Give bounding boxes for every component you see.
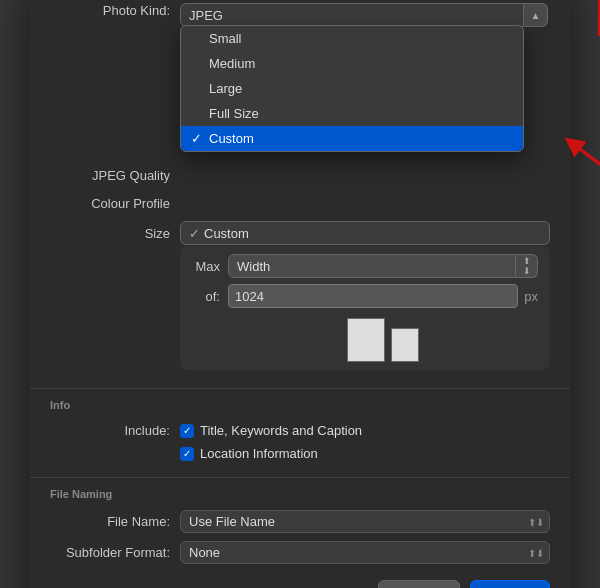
dropdown-item-large[interactable]: Large [181,76,523,101]
file-name-label: File Name: [50,514,180,529]
include-row: Include: ✓ Title, Keywords and Caption ✓… [30,417,570,467]
colour-profile-row: Colour Profile [30,189,570,217]
max-label: Max [192,259,228,274]
size-of-row: of: px [192,284,538,308]
photo-kind-dropdown-popup: Small Medium Large Full Size ✓Custom [180,25,524,152]
jpeg-quality-row: JPEG Quality [30,161,570,189]
location-info-row: ✓ Location Information [180,444,550,463]
file-naming-section: File Naming File Name: Use File Name ⬆⬇ … [30,488,570,568]
size-max-row: Max Width Height Width or Height ⬆⬇ [192,254,538,278]
thumb-small [391,328,419,362]
title-keywords-checkbox[interactable]: ✓ [180,424,194,438]
photo-kind-value: JPEG [189,8,223,23]
file-name-select[interactable]: Use File Name [180,510,550,533]
file-name-row: File Name: Use File Name ⬆⬇ [30,506,570,537]
location-info-checkbox[interactable]: ✓ [180,447,194,461]
of-label: of: [192,289,228,304]
thumbnail-previews [228,318,538,362]
photo-kind-row: Photo Kind: JPEG ▲ Small Medium [30,0,570,31]
title-keywords-label: Title, Keywords and Caption [200,423,362,438]
include-label: Include: [50,421,180,438]
dialog-buttons: Cancel Export [30,568,570,588]
thumb-large [347,318,385,362]
svg-line-3 [573,144,601,169]
cancel-button[interactable]: Cancel [378,580,460,588]
location-info-label: Location Information [200,446,318,461]
dropdown-item-small[interactable]: Small [181,26,523,51]
photos-section: Photos Photo Kind: JPEG ▲ Small Mediu [30,0,570,378]
dropdown-item-medium[interactable]: Medium [181,51,523,76]
dropdown-item-fullsize[interactable]: Full Size [181,101,523,126]
size-label: Size [50,221,180,241]
dropdown-item-custom[interactable]: ✓Custom [181,126,523,151]
photo-kind-label: Photo Kind: [50,3,180,18]
jpeg-quality-label: JPEG Quality [50,168,180,183]
file-naming-section-label: File Naming [30,488,570,506]
width-select[interactable]: Width Height Width or Height [228,254,516,278]
subfolder-format-select[interactable]: None [180,541,550,564]
info-section-label: Info [30,399,570,417]
size-row: Size ✓ Custom Max Width Height [30,217,570,374]
subfolder-format-label: Subfolder Format: [50,545,180,560]
export-dialog: Photos Photo Kind: JPEG ▲ Small Mediu [30,0,570,588]
arrow-up-right-icon [570,0,600,41]
size-custom-label: Custom [204,226,249,241]
width-chevron-icon: ⬆⬇ [516,254,538,278]
export-button[interactable]: Export [470,580,550,588]
size-value-input[interactable] [228,284,518,308]
size-inner-controls: Max Width Height Width or Height ⬆⬇ o [180,246,550,370]
colour-profile-label: Colour Profile [50,196,180,211]
info-section: Info Include: ✓ Title, Keywords and Capt… [30,399,570,467]
photo-kind-dropdown-btn[interactable]: ▲ [524,3,548,27]
subfolder-format-row: Subfolder Format: None ⬆⬇ [30,537,570,568]
photo-kind-select[interactable]: JPEG [180,3,524,27]
size-selected-value: ✓ Custom [180,221,550,245]
title-keywords-row: ✓ Title, Keywords and Caption [180,421,550,440]
px-label: px [524,289,538,304]
